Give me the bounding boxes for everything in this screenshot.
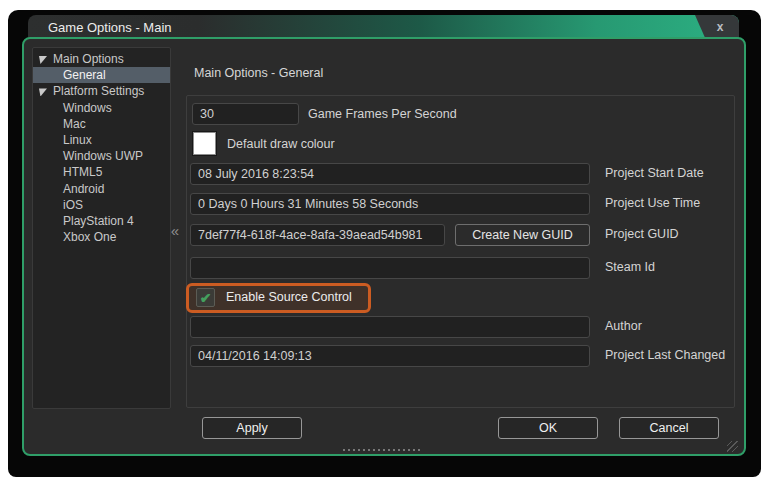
fps-label: Game Frames Per Second [308, 107, 457, 121]
project-guid-input[interactable] [190, 224, 445, 246]
resize-grip-icon[interactable] [727, 441, 738, 452]
steam-id-label: Steam Id [605, 260, 655, 274]
project-use-time-input[interactable] [190, 193, 590, 215]
ok-button[interactable]: OK [498, 417, 598, 439]
author-input[interactable] [190, 316, 590, 338]
author-label: Author [605, 319, 642, 333]
options-tree: Main Options General Platform Settings W… [32, 47, 171, 409]
sidebar-item-windows[interactable]: Windows [33, 100, 170, 116]
apply-button[interactable]: Apply [202, 417, 302, 439]
page-title: Main Options - General [194, 66, 323, 80]
bottom-drag-handle[interactable] [343, 449, 422, 451]
sidebar-item-playstation-4[interactable]: PlayStation 4 [33, 213, 170, 229]
create-new-guid-button[interactable]: Create New GUID [455, 224, 590, 246]
enable-source-control-label: Enable Source Control [226, 290, 352, 304]
project-use-time-label: Project Use Time [605, 196, 700, 210]
sidebar-item-windows-uwp[interactable]: Windows UWP [33, 148, 170, 164]
sidebar-item-ios[interactable]: iOS [33, 197, 170, 213]
project-last-changed-input[interactable] [190, 345, 590, 367]
fps-input[interactable] [192, 103, 299, 125]
enable-source-control-checkbox[interactable]: ✔ [196, 288, 215, 307]
sidebar-item-main-options[interactable]: Main Options [33, 51, 170, 67]
project-start-date-input[interactable] [190, 163, 590, 185]
sidebar-item-html5[interactable]: HTML5 [33, 164, 170, 180]
project-guid-label: Project GUID [605, 227, 679, 241]
steam-id-input[interactable] [190, 257, 590, 279]
project-start-date-label: Project Start Date [605, 166, 704, 180]
sidebar-item-linux[interactable]: Linux [33, 132, 170, 148]
sidebar-item-xbox-one[interactable]: Xbox One [33, 229, 170, 245]
draw-colour-swatch[interactable] [193, 132, 216, 155]
draw-colour-label: Default draw colour [227, 137, 335, 151]
sidebar-collapse-icon[interactable]: « [168, 222, 182, 240]
tree-expander-icon[interactable] [39, 88, 47, 96]
sidebar-item-platform-settings[interactable]: Platform Settings [33, 83, 170, 99]
cancel-button[interactable]: Cancel [619, 417, 719, 439]
sidebar-item-general[interactable]: General [33, 67, 170, 83]
tree-expander-icon[interactable] [39, 56, 47, 64]
sidebar-item-android[interactable]: Android [33, 181, 170, 197]
project-last-changed-label: Project Last Changed [605, 348, 725, 362]
sidebar-item-mac[interactable]: Mac [33, 116, 170, 132]
